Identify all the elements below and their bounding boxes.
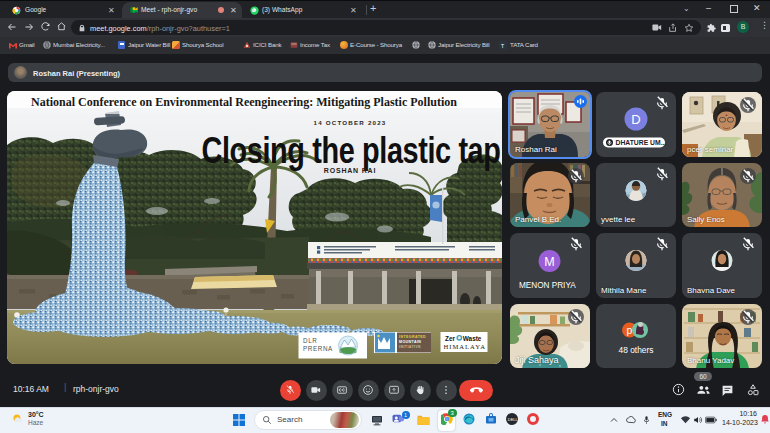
svg-text:HIMALAYA: HIMALAYA: [444, 343, 487, 350]
svg-text:ROSHAN RAI: ROSHAN RAI: [324, 167, 376, 174]
svg-text:DLR: DLR: [303, 337, 317, 344]
svg-text:INITIATIVE: INITIATIVE: [399, 345, 421, 349]
svg-text:MOUNTAIN: MOUNTAIN: [399, 340, 421, 344]
svg-text:D: D: [631, 112, 640, 127]
svg-text:48 others: 48 others: [619, 344, 654, 354]
svg-text:M: M: [544, 255, 554, 269]
svg-text:PRERNA: PRERNA: [303, 345, 333, 352]
svg-text:INTEGRATED: INTEGRATED: [399, 335, 426, 339]
svg-text:National Conference on Environ: National Conference on Environmental Ree…: [31, 95, 457, 109]
svg-text:Waste: Waste: [463, 335, 482, 342]
svg-text:Zer: Zer: [445, 335, 455, 342]
svg-text:MENON PRIYA: MENON PRIYA: [519, 281, 576, 290]
svg-text:14 OCTOBER 2023: 14 OCTOBER 2023: [314, 119, 387, 126]
svg-text:p: p: [627, 324, 633, 336]
svg-text:Closing the plastic tap: Closing the plastic tap: [201, 129, 500, 170]
svg-text:DHATURE UM...: DHATURE UM...: [616, 139, 667, 146]
